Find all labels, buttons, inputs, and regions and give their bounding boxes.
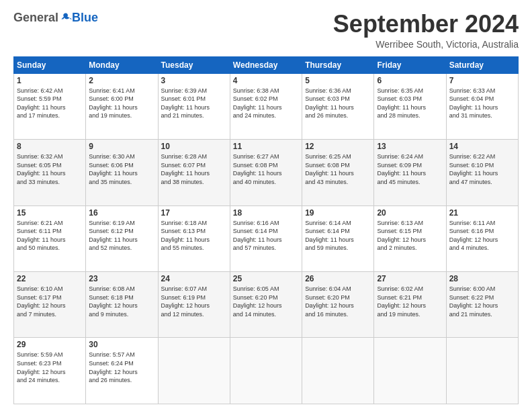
calendar-cell: 28Sunrise: 6:00 AM Sunset: 6:22 PM Dayli… (446, 272, 518, 338)
calendar-cell: 27Sunrise: 6:02 AM Sunset: 6:21 PM Dayli… (374, 272, 446, 338)
week-row-3: 15Sunrise: 6:21 AM Sunset: 6:11 PM Dayli… (14, 205, 519, 271)
cell-content: Sunrise: 6:35 AM Sunset: 6:03 PM Dayligh… (377, 87, 443, 120)
calendar-cell: 15Sunrise: 6:21 AM Sunset: 6:11 PM Dayli… (14, 205, 86, 271)
day-number: 29 (17, 340, 83, 349)
cell-content: Sunrise: 6:16 AM Sunset: 6:14 PM Dayligh… (233, 219, 299, 253)
cell-content: Sunrise: 5:59 AM Sunset: 6:23 PM Dayligh… (17, 351, 83, 384)
cell-content: Sunrise: 6:18 AM Sunset: 6:13 PM Dayligh… (161, 219, 227, 253)
day-number: 27 (377, 274, 443, 283)
cell-content: Sunrise: 6:19 AM Sunset: 6:12 PM Dayligh… (89, 219, 154, 253)
day-number: 22 (17, 274, 83, 283)
day-number: 28 (449, 274, 515, 283)
calendar-cell: 20Sunrise: 6:13 AM Sunset: 6:15 PM Dayli… (374, 205, 446, 271)
calendar-cell: 26Sunrise: 6:04 AM Sunset: 6:20 PM Dayli… (302, 272, 374, 338)
calendar-cell (230, 338, 302, 404)
calendar-cell: 3Sunrise: 6:39 AM Sunset: 6:01 PM Daylig… (158, 73, 230, 139)
day-header-thursday: Thursday (302, 56, 374, 73)
day-header-saturday: Saturday (446, 56, 518, 73)
calendar-cell: 1Sunrise: 6:42 AM Sunset: 5:59 PM Daylig… (14, 73, 86, 139)
day-number: 21 (449, 208, 515, 218)
calendar-cell (302, 338, 374, 404)
calendar-cell: 24Sunrise: 6:07 AM Sunset: 6:19 PM Dayli… (158, 272, 230, 338)
day-number: 20 (377, 208, 443, 218)
week-row-5: 29Sunrise: 5:59 AM Sunset: 6:23 PM Dayli… (14, 338, 519, 404)
calendar-cell: 2Sunrise: 6:41 AM Sunset: 6:00 PM Daylig… (86, 73, 158, 139)
day-number: 23 (89, 274, 154, 283)
calendar-cell: 10Sunrise: 6:28 AM Sunset: 6:07 PM Dayli… (158, 140, 230, 205)
calendar-cell: 16Sunrise: 6:19 AM Sunset: 6:12 PM Dayli… (86, 205, 158, 271)
day-number: 16 (89, 208, 154, 218)
week-row-1: 1Sunrise: 6:42 AM Sunset: 5:59 PM Daylig… (14, 73, 519, 139)
logo: General Blue (13, 11, 98, 25)
calendar-cell: 12Sunrise: 6:25 AM Sunset: 6:08 PM Dayli… (302, 140, 374, 205)
cell-content: Sunrise: 6:00 AM Sunset: 6:22 PM Dayligh… (449, 285, 515, 318)
day-number: 13 (377, 142, 443, 151)
cell-content: Sunrise: 6:05 AM Sunset: 6:20 PM Dayligh… (233, 285, 299, 318)
day-number: 26 (305, 274, 371, 283)
day-number: 12 (305, 142, 371, 151)
calendar-cell (158, 338, 230, 404)
cell-content: Sunrise: 6:39 AM Sunset: 6:01 PM Dayligh… (161, 87, 227, 120)
calendar-cell: 13Sunrise: 6:24 AM Sunset: 6:09 PM Dayli… (374, 140, 446, 205)
calendar-cell: 22Sunrise: 6:10 AM Sunset: 6:17 PM Dayli… (14, 272, 86, 338)
calendar-cell: 18Sunrise: 6:16 AM Sunset: 6:14 PM Dayli… (230, 205, 302, 271)
cell-content: Sunrise: 6:28 AM Sunset: 6:07 PM Dayligh… (161, 152, 227, 186)
calendar-cell: 4Sunrise: 6:38 AM Sunset: 6:02 PM Daylig… (230, 73, 302, 139)
day-number: 14 (449, 142, 515, 151)
calendar-cell: 21Sunrise: 6:11 AM Sunset: 6:16 PM Dayli… (446, 205, 518, 271)
calendar-cell (446, 338, 518, 404)
day-header-monday: Monday (86, 56, 158, 73)
calendar-cell: 5Sunrise: 6:36 AM Sunset: 6:03 PM Daylig… (302, 73, 374, 139)
day-number: 2 (89, 76, 154, 85)
title-block: September 2024 Werribee South, Victoria,… (333, 11, 519, 50)
cell-content: Sunrise: 6:02 AM Sunset: 6:21 PM Dayligh… (377, 285, 443, 318)
calendar-cell: 30Sunrise: 5:57 AM Sunset: 6:24 PM Dayli… (86, 338, 158, 404)
calendar-cell: 8Sunrise: 6:32 AM Sunset: 6:05 PM Daylig… (14, 140, 86, 205)
day-number: 18 (233, 208, 299, 218)
cell-content: Sunrise: 6:33 AM Sunset: 6:04 PM Dayligh… (449, 87, 515, 120)
day-number: 17 (161, 208, 227, 218)
day-number: 30 (89, 340, 154, 349)
calendar-cell: 14Sunrise: 6:22 AM Sunset: 6:10 PM Dayli… (446, 140, 518, 205)
calendar-cell: 29Sunrise: 5:59 AM Sunset: 6:23 PM Dayli… (14, 338, 86, 404)
day-header-friday: Friday (374, 56, 446, 73)
calendar-cell (374, 338, 446, 404)
day-header-sunday: Sunday (14, 56, 86, 73)
cell-content: Sunrise: 6:32 AM Sunset: 6:05 PM Dayligh… (17, 152, 83, 186)
cell-content: Sunrise: 6:13 AM Sunset: 6:15 PM Dayligh… (377, 219, 443, 253)
header-row: SundayMondayTuesdayWednesdayThursdayFrid… (14, 56, 519, 73)
day-number: 1 (17, 76, 83, 85)
day-number: 3 (161, 76, 227, 85)
calendar-table: SundayMondayTuesdayWednesdayThursdayFrid… (13, 56, 519, 404)
calendar-cell: 25Sunrise: 6:05 AM Sunset: 6:20 PM Dayli… (230, 272, 302, 338)
logo-general-text: General (13, 11, 58, 25)
cell-content: Sunrise: 6:22 AM Sunset: 6:10 PM Dayligh… (449, 152, 515, 186)
day-number: 8 (17, 142, 83, 151)
header: General Blue September 2024 Werribee Sou… (13, 11, 519, 50)
location: Werribee South, Victoria, Australia (333, 39, 519, 50)
cell-content: Sunrise: 5:57 AM Sunset: 6:24 PM Dayligh… (89, 351, 154, 384)
cell-content: Sunrise: 6:41 AM Sunset: 6:00 PM Dayligh… (89, 87, 154, 120)
cell-content: Sunrise: 6:10 AM Sunset: 6:17 PM Dayligh… (17, 285, 83, 318)
day-number: 25 (233, 274, 299, 283)
calendar-cell: 7Sunrise: 6:33 AM Sunset: 6:04 PM Daylig… (446, 73, 518, 139)
logo-blue-text: Blue (72, 11, 98, 25)
day-number: 19 (305, 208, 371, 218)
day-number: 15 (17, 208, 83, 218)
calendar-cell: 9Sunrise: 6:30 AM Sunset: 6:06 PM Daylig… (86, 140, 158, 205)
calendar-cell: 19Sunrise: 6:14 AM Sunset: 6:14 PM Dayli… (302, 205, 374, 271)
day-number: 24 (161, 274, 227, 283)
day-number: 7 (449, 76, 515, 85)
cell-content: Sunrise: 6:24 AM Sunset: 6:09 PM Dayligh… (377, 152, 443, 186)
calendar-cell: 6Sunrise: 6:35 AM Sunset: 6:03 PM Daylig… (374, 73, 446, 139)
cell-content: Sunrise: 6:27 AM Sunset: 6:08 PM Dayligh… (233, 152, 299, 186)
day-number: 5 (305, 76, 371, 85)
cell-content: Sunrise: 6:36 AM Sunset: 6:03 PM Dayligh… (305, 87, 371, 120)
cell-content: Sunrise: 6:38 AM Sunset: 6:02 PM Dayligh… (233, 87, 299, 120)
day-header-tuesday: Tuesday (158, 56, 230, 73)
cell-content: Sunrise: 6:04 AM Sunset: 6:20 PM Dayligh… (305, 285, 371, 318)
cell-content: Sunrise: 6:14 AM Sunset: 6:14 PM Dayligh… (305, 219, 371, 253)
day-header-wednesday: Wednesday (230, 56, 302, 73)
logo-bird-icon (60, 12, 72, 24)
page: General Blue September 2024 Werribee Sou… (0, 0, 532, 411)
